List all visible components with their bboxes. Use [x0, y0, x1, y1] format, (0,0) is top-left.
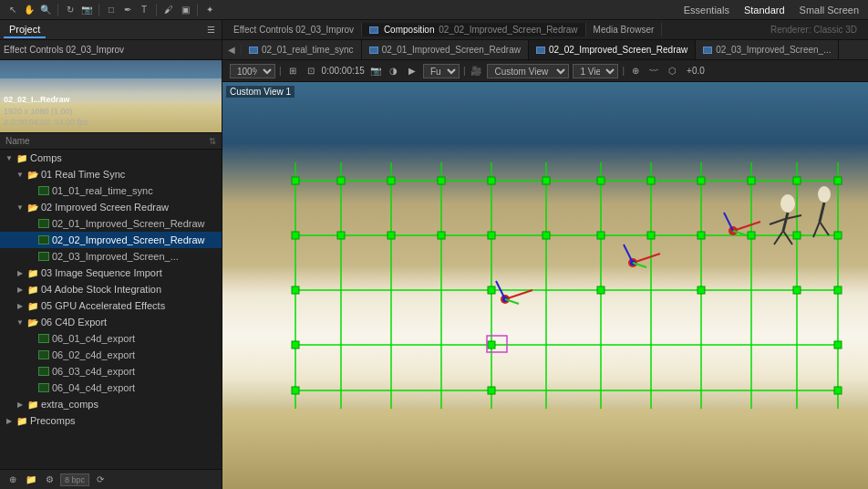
media-browser-panel-tab[interactable]: Media Browser [586, 23, 663, 36]
svg-line-69 [774, 231, 783, 244]
comp-tab-1[interactable]: 02_01_Improved_Screen_Redraw [362, 40, 529, 60]
comp-06-01[interactable]: ▶ 06_01_c4d_export [0, 330, 222, 347]
arrow-04: ▶ [15, 284, 26, 295]
offset-display: +0.0 [687, 66, 705, 76]
zoom-select[interactable]: 100% 50% 200% [230, 64, 275, 78]
camera-tool-icon[interactable]: 📷 [79, 3, 94, 17]
comp-06-03[interactable]: ▶ 06_03_c4d_export [0, 363, 222, 380]
comp-icon-06-03 [38, 367, 49, 376]
folder-06[interactable]: ▼ 📂 06 C4D Export [0, 314, 222, 330]
comp-icon-06-01 [38, 334, 49, 343]
quality-select[interactable]: Full Half Auto [423, 64, 460, 78]
brush-tool-icon[interactable]: 🖌 [161, 3, 176, 17]
composition-viewer[interactable]: Custom View 1 [222, 82, 868, 489]
comp-tab-0[interactable]: 02_01_real_time_sync [242, 40, 362, 60]
svg-rect-43 [597, 286, 604, 294]
panel-header-tabs: Project ☰ [0, 20, 222, 40]
text-tool-icon[interactable]: T [137, 3, 151, 17]
standard-btn[interactable]: Standard [740, 4, 789, 16]
folder-precomps[interactable]: ▶ 📁 Precomps [0, 412, 222, 429]
svg-rect-25 [698, 177, 705, 184]
comp-label-02-03: 02_03_Improved_Screen_... [52, 251, 179, 262]
pen-tool-icon[interactable]: ✒ [120, 3, 135, 17]
3d-view-icon[interactable]: 🎥 [469, 64, 483, 78]
essentials-btn[interactable]: Essentials [680, 4, 733, 16]
comp-duration: Δ 0:00:04:02, 24.00 fps [4, 117, 88, 129]
folder-04[interactable]: ▶ 📁 04 Adobe Stock Integration [0, 281, 222, 297]
snap-icon[interactable]: ⊕ [628, 64, 643, 78]
motion-blur-icon[interactable]: ◑ [387, 64, 401, 78]
arrow-05: ▶ [15, 300, 26, 311]
render-quality-icon[interactable]: ▶ [405, 64, 419, 78]
folder-icon-btn[interactable]: 📁 [24, 473, 38, 487]
stamp-tool-icon[interactable]: ▣ [178, 3, 192, 17]
svg-rect-19 [388, 177, 395, 184]
folder-03[interactable]: ▶ 📁 03 Image Sequence Import [0, 265, 222, 281]
svg-rect-39 [793, 232, 801, 239]
comp-dimensions: 1920 x 1080 (1.00) [4, 106, 88, 118]
folder-label-02: 02 Improved Screen Redraw [41, 202, 169, 213]
effect-controls-tab[interactable]: Effect Controls 02_03_Improv [4, 45, 124, 55]
puppet-tool-icon[interactable]: ✦ [202, 3, 217, 17]
svg-rect-48 [488, 341, 495, 349]
folder-label-01: 01 Real Time Sync [41, 169, 125, 180]
folder-label-extra: extra_comps [41, 399, 98, 410]
svg-rect-37 [698, 232, 705, 239]
effect-controls-panel-tab[interactable]: Effect Controls 02_03_Improv [226, 23, 362, 36]
rotate-tool-icon[interactable]: ↻ [63, 3, 78, 17]
svg-rect-47 [292, 341, 299, 349]
svg-rect-45 [793, 286, 801, 294]
panel-bottom-bar: ⊕ 📁 ⚙ 8 bpc ⟳ [0, 469, 222, 489]
right-area: Effect Controls 02_03_Improv Composition… [222, 20, 868, 489]
svg-rect-26 [748, 177, 755, 184]
comp-settings-icon[interactable]: ⚙ [42, 473, 57, 487]
comp-icon-02-02 [38, 235, 49, 244]
comp-06-04[interactable]: ▶ 06_04_c4d_export [0, 380, 222, 396]
sort-icon[interactable]: ⇅ [209, 136, 216, 146]
view-mode-select[interactable]: Custom View 1 Front Top Active Camera [487, 64, 569, 78]
project-tree[interactable]: ▼ 📁 Comps ▼ 📂 01 Real Time Sync ▶ 01_01_… [0, 150, 222, 469]
comp-01-01[interactable]: ▶ 01_01_real_time_sync [0, 182, 222, 199]
folder-label-comps: Comps [30, 152, 62, 163]
safe-zones-icon[interactable]: ⊡ [304, 64, 318, 78]
folder-05[interactable]: ▶ 📁 05 GPU Accelerated Effects [0, 297, 222, 314]
svg-rect-21 [488, 177, 495, 184]
camera-icon[interactable]: 📷 [368, 64, 383, 78]
rect-tool-icon[interactable]: □ [104, 3, 119, 17]
new-item-icon[interactable]: ⊕ [5, 473, 20, 487]
comp-tab-icon-2 [536, 47, 545, 54]
comp-icon-06-04 [38, 383, 49, 392]
grid-icon[interactable]: ⊞ [285, 64, 300, 78]
comp-tab-2[interactable]: 02_02_Improved_Screen_Redraw [529, 40, 696, 60]
comp-02-01[interactable]: ▶ 02_01_Improved_Screen_Redraw [0, 215, 222, 232]
draft-3d-icon[interactable]: ⬡ [665, 64, 679, 78]
folder-icon-06: 📂 [27, 317, 38, 328]
view-count-select[interactable]: 1 View 2 Views 4 Views [573, 64, 618, 78]
project-tab[interactable]: Project [4, 22, 46, 38]
arrow-comps: ▼ [4, 152, 15, 163]
motion-path-icon[interactable]: 〰 [646, 64, 661, 78]
folder-01[interactable]: ▼ 📂 01 Real Time Sync [0, 166, 222, 182]
timecode-display[interactable]: 0:00:00:15 [322, 66, 365, 76]
comp-06-02[interactable]: ▶ 06_02_c4d_export [0, 347, 222, 363]
comp-02-03[interactable]: ▶ 02_03_Improved_Screen_... [0, 248, 222, 265]
hand-tool-icon[interactable]: ✋ [22, 3, 36, 17]
folder-02[interactable]: ▼ 📂 02 Improved Screen Redraw [0, 199, 222, 215]
flow-icon[interactable]: ⟳ [93, 473, 108, 487]
comp-info: 02_02_I...Redraw 1920 x 1080 (1.00) Δ 0:… [4, 94, 88, 129]
arrow-03: ▶ [15, 267, 26, 278]
comp-tab-3[interactable]: 02_03_Improved_Screen_... [696, 40, 839, 60]
select-tool-icon[interactable]: ↖ [5, 3, 20, 17]
composition-panel-tab[interactable]: Composition 02_02_Improved_Screen_Redraw [362, 23, 585, 36]
separator-2 [98, 4, 99, 16]
comp-02-02[interactable]: ▶ 02_02_Improved_Screen_Redraw [0, 232, 222, 248]
panel-menu-icon[interactable]: ☰ [203, 23, 218, 37]
folder-comps[interactable]: ▼ 📁 Comps [0, 150, 222, 166]
folder-icon-01: 📂 [27, 170, 38, 180]
folder-extra[interactable]: ▶ 📁 extra_comps [0, 396, 222, 412]
comp-label-01-01: 01_01_real_time_sync [52, 185, 153, 196]
small-screen-btn[interactable]: Small Screen [796, 4, 863, 16]
zoom-tool-icon[interactable]: 🔍 [38, 3, 53, 17]
comp-icon-02-03 [38, 252, 49, 261]
tab-nav-left[interactable]: ◀ [222, 45, 242, 55]
